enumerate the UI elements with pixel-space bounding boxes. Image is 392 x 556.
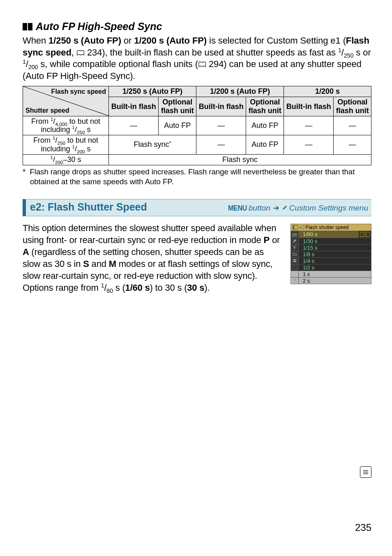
col-sub: Built-in flash: [196, 97, 246, 116]
table-row: From 1/4,000 to but not including 1/250 …: [23, 116, 371, 135]
svg-point-4: [294, 234, 295, 236]
help-icon: ?: [291, 278, 299, 284]
e2-breadcrumb: MENU button ➜ Custom Settings menu: [226, 203, 368, 213]
col-sub: Optionalflash unit: [334, 97, 371, 116]
table-row: 1/200–30 s Flash sync: [23, 154, 371, 165]
intro-paragraph: When 1/250 s (Auto FP) or 1/200 s (Auto …: [23, 35, 371, 82]
table-row: From 1/250 to but not including 1/200 s …: [23, 135, 371, 154]
col-sub: Built-in flash: [109, 97, 159, 116]
cam-row: Y 1/15 s: [291, 244, 371, 251]
sync-table: Flash sync speed Shutter speed 1/250 s (…: [23, 86, 371, 165]
col-sub: Optionalflash unit: [159, 97, 196, 116]
e2-heading-bar: e2: Flash Shutter Speed MENU button ➜ Cu…: [23, 199, 371, 216]
pencil-icon: [291, 238, 299, 244]
section-title: Auto FP High-Speed Sync: [36, 21, 162, 32]
svg-rect-7: [293, 261, 296, 262]
cam-header: e2Flash shutter speed: [291, 224, 371, 231]
camera-menu-screenshot: e2Flash shutter speed 1/60 s OK 1/30 s Y…: [291, 224, 371, 284]
col-sub: Built-in flash: [284, 97, 333, 116]
manual-ref-icon: [76, 50, 85, 56]
table-footnote: * Flash range drops as shutter speed inc…: [23, 167, 371, 187]
cam-row: ? 2 s: [291, 277, 371, 284]
svg-rect-5: [293, 253, 296, 255]
retouch-icon: [291, 251, 299, 257]
cam-row: 1/8 s: [291, 251, 371, 257]
cam-row: 1/2 s: [291, 264, 371, 271]
svg-rect-6: [293, 259, 296, 260]
e2-title: e2: Flash Shutter Speed: [30, 201, 147, 213]
wrench-icon: Y: [291, 245, 299, 251]
page-number: 235: [355, 522, 371, 533]
ok-badge: OK: [360, 232, 370, 237]
col-group: 1/200 s (Auto FP): [196, 86, 284, 97]
cam-row: 1/30 s: [291, 238, 371, 244]
cam-row: 1/4 s: [291, 257, 371, 264]
col-sub: Optionalflash unit: [246, 97, 284, 116]
e2-paragraph: This option determines the slowest shutt…: [23, 222, 281, 294]
pencil-icon: [282, 204, 288, 213]
mymenu-icon: [291, 258, 299, 264]
svg-rect-2: [293, 225, 294, 229]
table-corner: Flash sync speed Shutter speed: [23, 86, 109, 116]
cam-row: 1/60 s OK: [291, 231, 371, 238]
manual-ref-icon: [198, 62, 206, 67]
section-tab-icon: [360, 466, 371, 478]
cam-row: 1 s: [291, 271, 371, 277]
camera-icon: [291, 231, 299, 238]
col-group: 1/250 s (Auto FP): [109, 86, 196, 97]
heading-marker: [23, 23, 33, 30]
section-heading-auto-fp: Auto FP High-Speed Sync: [23, 21, 371, 32]
col-group: 1/200 s: [284, 86, 371, 97]
